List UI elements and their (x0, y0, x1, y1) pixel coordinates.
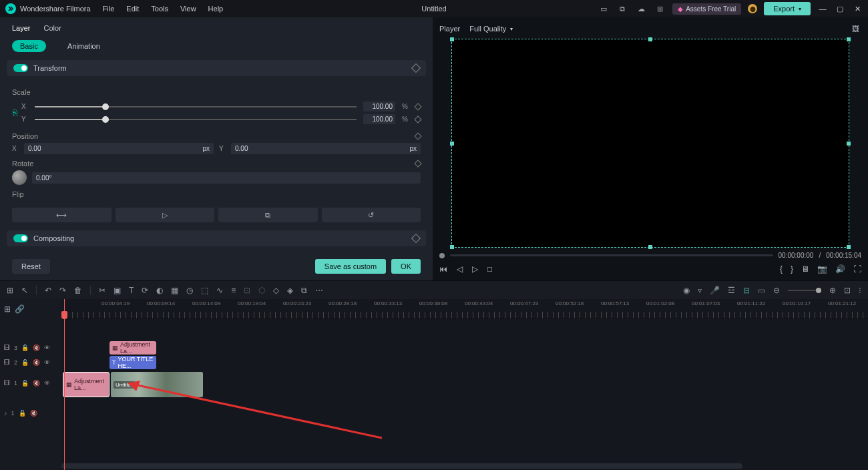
handle-tl[interactable] (450, 37, 454, 41)
subtab-animation[interactable]: Animation (59, 40, 108, 52)
more-icon[interactable]: ⋯ (315, 286, 323, 295)
color-icon[interactable]: ◐ (156, 286, 163, 295)
clip-adjustment-selected[interactable]: ▦Adjustment La... (63, 372, 110, 397)
mute-icon[interactable]: 🔇 (30, 410, 37, 417)
position-keyframe-icon[interactable] (414, 132, 421, 140)
export-button[interactable]: Export▾ (764, 2, 811, 15)
scale-x-keyframe-icon[interactable] (414, 103, 421, 110)
text-icon[interactable]: T (129, 286, 134, 295)
track-v1[interactable]: ▦Adjustment La... Untitled (61, 371, 868, 398)
transform-keyframe-icon[interactable] (411, 63, 421, 73)
track-link-icon[interactable]: 🔗 (15, 304, 25, 314)
preview-viewport[interactable] (451, 39, 849, 248)
time-ruler[interactable]: 00:00:04:1900:00:09:1400:00:14:0900:00:1… (61, 299, 868, 319)
coin-icon[interactable]: ⬤ (748, 4, 757, 13)
settings-icon[interactable]: ⁝ (859, 286, 861, 295)
handle-mr[interactable] (847, 142, 851, 146)
menu-view[interactable]: View (180, 5, 196, 13)
timeline-scrollbar[interactable] (61, 463, 742, 469)
eye-icon[interactable]: 👁 (44, 359, 50, 366)
snap-icon[interactable]: ⊟ (743, 286, 750, 295)
mark-in-icon[interactable]: { (780, 264, 783, 274)
eye-icon[interactable]: 👁 (44, 344, 50, 351)
seek-bar[interactable] (450, 254, 773, 256)
snapshot-toggle-icon[interactable]: 🖼 (849, 23, 861, 35)
subtab-basic[interactable]: Basic (12, 40, 46, 52)
lock-icon[interactable]: 🔓 (19, 410, 26, 417)
fullscreen-icon[interactable]: ⛶ (853, 264, 861, 274)
flip-horizontal-button[interactable]: ⟷ (12, 208, 112, 222)
pointer-tool-icon[interactable]: ↖ (21, 286, 28, 295)
menu-tools[interactable]: Tools (151, 5, 168, 13)
apps-icon[interactable]: ⊞ (654, 3, 666, 15)
flip-reset-button[interactable]: ↺ (322, 208, 421, 222)
layout-icon[interactable]: ▭ (598, 3, 610, 15)
rotate-dial[interactable] (12, 170, 27, 185)
step-back-icon[interactable]: ◁ (457, 264, 463, 274)
stop-icon[interactable]: □ (487, 264, 492, 274)
assets-free-trial-button[interactable]: ◆Assets Free Trial (672, 3, 741, 15)
clip-adjustment[interactable]: ▦Adjustment La... (110, 341, 156, 355)
zoom-in-icon[interactable]: ⊕ (829, 286, 836, 295)
menu-edit[interactable]: Edit (126, 5, 139, 13)
maximize-button[interactable]: ▢ (835, 5, 845, 13)
track-v2[interactable]: TYOUR TITLE HE... (61, 355, 868, 370)
lock-icon[interactable]: 🔓 (21, 344, 29, 351)
mute-icon[interactable]: 🔇 (33, 359, 40, 366)
track-view-icon[interactable]: ▭ (758, 286, 765, 295)
flip-vertical-button[interactable]: ▷ (116, 208, 215, 222)
prev-frame-icon[interactable]: ⏮ (439, 264, 447, 274)
mask-icon[interactable]: ▦ (171, 286, 178, 295)
marker-tool-icon[interactable]: ◈ (287, 286, 293, 295)
select-tool-icon[interactable]: ⊞ (7, 286, 13, 295)
keyframe-icon[interactable]: ◇ (273, 286, 279, 295)
undo-icon[interactable]: ↶ (45, 286, 51, 295)
handle-bl[interactable] (450, 245, 454, 249)
redo-icon[interactable]: ↷ (59, 286, 66, 295)
mark-out-icon[interactable]: } (791, 264, 793, 274)
tab-layer[interactable]: Layer (12, 24, 31, 36)
playhead[interactable] (64, 299, 65, 470)
zoom-slider[interactable] (788, 290, 821, 291)
link-icon[interactable]: ⧉ (301, 286, 307, 295)
compositing-toggle[interactable] (13, 234, 28, 242)
cut-icon[interactable]: ✂ (99, 286, 105, 295)
transform-toggle[interactable] (13, 64, 28, 72)
scale-x-slider[interactable] (35, 106, 357, 107)
speed-icon[interactable]: ⟳ (142, 286, 148, 295)
zoom-fit-icon[interactable]: ⊡ (844, 286, 851, 295)
close-button[interactable]: ✕ (852, 5, 863, 13)
clip-video[interactable]: Untitled (111, 372, 203, 397)
timer-icon[interactable]: ◷ (186, 286, 193, 295)
render-icon[interactable]: ◉ (683, 286, 690, 295)
scale-y-keyframe-icon[interactable] (414, 115, 421, 123)
link-xy-icon[interactable]: ⎘ (13, 108, 21, 118)
mic-icon[interactable]: 🎤 (710, 286, 720, 295)
quality-select[interactable]: Full Quality▾ (469, 25, 513, 33)
pos-y-input[interactable]: 0.00px (231, 143, 421, 154)
eye-icon[interactable]: 👁 (44, 380, 50, 387)
volume-icon[interactable]: 🔊 (835, 264, 845, 274)
lock-icon[interactable]: 🔓 (21, 359, 29, 366)
menu-file[interactable]: File (103, 5, 115, 13)
pos-x-input[interactable]: 0.00px (24, 143, 214, 154)
reset-button[interactable]: Reset (12, 259, 50, 274)
save-custom-button[interactable]: Save as custom (315, 259, 386, 274)
scale-y-value[interactable]: 100.00 (363, 114, 395, 124)
minimize-button[interactable]: — (817, 5, 828, 13)
timeline-body[interactable]: 00:00:04:1900:00:09:1400:00:14:0900:00:1… (61, 299, 868, 470)
cloud-icon[interactable]: ☁ (635, 3, 647, 15)
rotate-keyframe-icon[interactable] (414, 160, 421, 167)
display-icon[interactable]: 🖥 (801, 264, 809, 274)
lock-icon[interactable]: 🔓 (21, 380, 29, 387)
flip-both-button[interactable]: ⧉ (218, 208, 318, 222)
scale-y-slider[interactable] (35, 119, 357, 120)
delete-icon[interactable]: 🗑 (74, 286, 82, 295)
track-add-icon[interactable]: ⊞ (4, 304, 11, 314)
handle-tm[interactable] (648, 37, 652, 41)
effects-icon[interactable]: ∿ (216, 286, 223, 295)
marker-icon[interactable]: ▿ (698, 286, 702, 295)
handle-bm[interactable] (648, 245, 652, 249)
group-icon[interactable]: ⬚ (201, 286, 208, 295)
mute-icon[interactable]: 🔇 (33, 380, 40, 387)
